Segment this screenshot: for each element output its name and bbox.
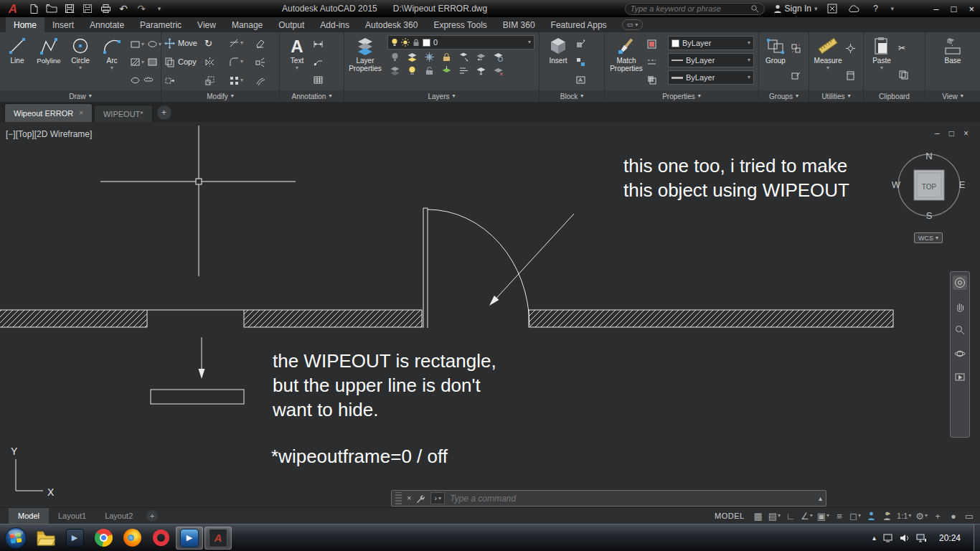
taskbar-autocad-button[interactable]: A: [204, 527, 232, 550]
annotation-autoscale-toggle[interactable]: [879, 508, 895, 524]
show-hidden-icons-button[interactable]: ▴: [872, 534, 876, 542]
edit-block-tool[interactable]: [575, 39, 601, 50]
insert-tool[interactable]: Insert: [541, 34, 575, 90]
layer-unlock-tool[interactable]: [424, 65, 435, 76]
layer-current-tool[interactable]: [441, 65, 452, 76]
annotation-visibility-toggle[interactable]: [863, 508, 879, 524]
clean-screen-toggle[interactable]: ▭: [961, 508, 977, 524]
restore-button[interactable]: □: [951, 4, 957, 14]
base-view-tool[interactable]: Base: [936, 34, 970, 90]
pan-button[interactable]: [953, 299, 967, 314]
linetype-combo[interactable]: ByLayer ▾: [668, 53, 754, 67]
viewcube-north[interactable]: N: [925, 151, 932, 161]
undo-button[interactable]: ↶: [117, 2, 130, 15]
model-space-button[interactable]: MODEL: [709, 508, 750, 524]
explode-tool[interactable]: [255, 57, 279, 67]
autocad-logo-icon[interactable]: A: [0, 0, 26, 17]
group-edit-tool[interactable]: [791, 70, 806, 81]
scale-tool[interactable]: [204, 75, 229, 86]
layer-thaw-tool[interactable]: [407, 65, 418, 76]
tab-featured-apps[interactable]: Featured Apps: [543, 17, 615, 32]
command-line-palette[interactable]: × › ▾ ▴: [391, 490, 826, 507]
layer-walk-tool[interactable]: [458, 65, 469, 76]
layer-freeze-tool[interactable]: [424, 52, 435, 62]
panel-label-block[interactable]: Block▾: [540, 90, 604, 102]
polyline-tool[interactable]: Polyline: [33, 34, 65, 90]
rectangle-tool[interactable]: ▾: [130, 39, 144, 50]
grid-display-toggle[interactable]: ▦: [750, 508, 766, 524]
tab-addins[interactable]: Add-ins: [312, 17, 357, 32]
steering-wheel-button[interactable]: [953, 276, 967, 290]
cut-tool[interactable]: ✂: [898, 44, 920, 52]
viewcube-top-face[interactable]: TOP: [922, 183, 937, 191]
tab-home[interactable]: Home: [6, 17, 44, 32]
start-button[interactable]: [0, 524, 32, 551]
tab-view[interactable]: View: [189, 17, 224, 32]
transparency-tool[interactable]: [646, 75, 665, 85]
redo-button[interactable]: ↷: [135, 2, 148, 15]
layer-match-tool[interactable]: [458, 52, 469, 62]
snap-mode-toggle[interactable]: ▤▾: [766, 508, 783, 524]
doc-close-button[interactable]: ×: [963, 128, 969, 138]
table-tool[interactable]: [313, 75, 340, 85]
command-customize-icon[interactable]: [416, 494, 425, 503]
layer-lock-tool[interactable]: [441, 52, 452, 62]
ortho-toggle[interactable]: ∟: [783, 508, 798, 524]
layer-isolate-tool[interactable]: [407, 52, 418, 62]
new-layout-button[interactable]: +: [146, 510, 158, 522]
file-tab-wipeout[interactable]: WIPEOUT*: [94, 105, 153, 122]
panel-label-view[interactable]: View▾: [925, 90, 980, 102]
color-combo[interactable]: ByLayer ▾: [668, 36, 754, 50]
move-tool[interactable]: Move: [163, 38, 204, 49]
ellipse-tool[interactable]: ▾: [147, 39, 161, 50]
viewcube[interactable]: TOP N S W E: [892, 148, 966, 222]
dimension-tool[interactable]: [313, 39, 340, 50]
plot-button[interactable]: [99, 2, 112, 15]
fillet-tool[interactable]: ▾: [229, 57, 255, 67]
match-properties-tool[interactable]: Match Properties: [606, 34, 646, 90]
doc-restore-button[interactable]: □: [949, 128, 954, 138]
offset-tool[interactable]: [255, 75, 279, 86]
line-tool[interactable]: Line: [1, 34, 33, 90]
block-attributes-tool[interactable]: [575, 75, 601, 85]
new-drawing-tab-button[interactable]: +: [157, 105, 171, 120]
panel-label-modify[interactable]: Modify▾: [161, 90, 279, 102]
taskbar-media-player-button[interactable]: ▶: [176, 527, 203, 550]
command-input[interactable]: [450, 494, 814, 504]
help-search-field[interactable]: [625, 3, 765, 15]
id-point-tool[interactable]: [845, 43, 861, 54]
qat-customize-caret-icon[interactable]: ▾: [153, 2, 166, 15]
ungroup-tool[interactable]: [791, 43, 806, 54]
layer-properties-tool[interactable]: Layer Properties: [346, 34, 385, 90]
trim-tool[interactable]: ▾: [229, 38, 255, 49]
taskbar-chrome-button[interactable]: [90, 527, 117, 550]
ribbon-display-toggle[interactable]: ▭ ▾: [622, 19, 644, 30]
panel-label-layers[interactable]: Layers▾: [344, 90, 539, 102]
zoom-button[interactable]: [953, 323, 967, 337]
polar-tracking-toggle[interactable]: ∠▾: [798, 508, 815, 524]
save-as-button[interactable]: [81, 2, 94, 15]
wcs-button[interactable]: WCS ▾: [914, 232, 943, 243]
volume-icon[interactable]: [900, 534, 909, 542]
layer-merge-tool[interactable]: [476, 65, 486, 76]
quick-calc-tool[interactable]: [845, 70, 861, 81]
graphics-performance-toggle[interactable]: ●: [946, 508, 961, 524]
erase-tool[interactable]: [255, 38, 279, 49]
action-center-icon[interactable]: [883, 534, 892, 542]
showmotion-button[interactable]: [953, 370, 967, 385]
annotation-scale-button[interactable]: 1:1▾: [895, 508, 913, 524]
show-desktop-button[interactable]: [974, 524, 980, 551]
command-close-icon[interactable]: ×: [407, 494, 411, 502]
layer-off-tool[interactable]: [390, 52, 400, 62]
viewcube-west[interactable]: W: [892, 179, 901, 190]
arc-tool[interactable]: Arc ▾: [96, 34, 128, 90]
isolate-objects-button[interactable]: +: [930, 508, 946, 524]
save-button[interactable]: [63, 2, 76, 15]
drawing-area[interactable]: Y X [−][Top][2D Wireframe] – □ × this on…: [0, 122, 980, 507]
taskbar-explorer-button[interactable]: [32, 527, 60, 550]
tab-insert[interactable]: Insert: [44, 17, 82, 32]
hatch-tool[interactable]: ▾: [130, 57, 144, 67]
revision-cloud-tool[interactable]: [143, 75, 154, 85]
taskbar-opera-button[interactable]: [147, 527, 174, 550]
layout-tab-model[interactable]: Model: [9, 508, 49, 524]
